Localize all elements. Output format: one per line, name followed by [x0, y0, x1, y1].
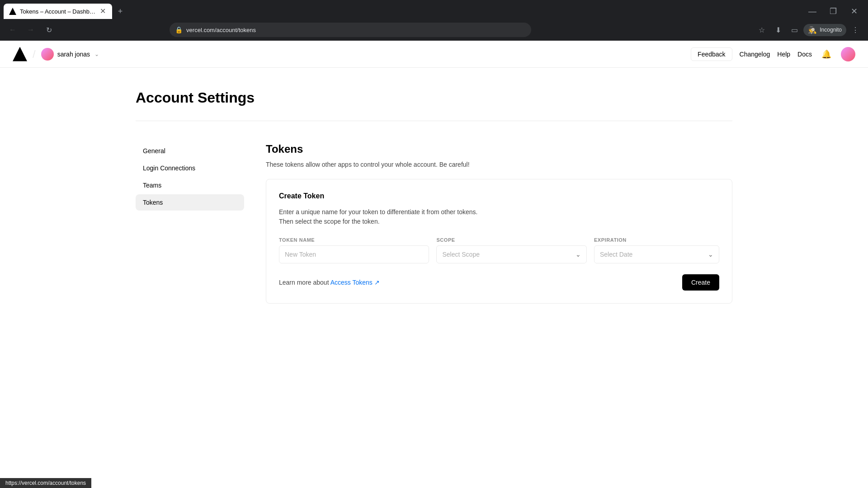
bookmark-button[interactable]: ☆	[755, 23, 769, 37]
header-right: Feedback Changelog Help Docs 🔔	[691, 47, 855, 61]
address-bar[interactable]: 🔒 vercel.com/account/tokens	[170, 23, 531, 37]
scope-select[interactable]: Select Scope ⌄	[436, 245, 586, 263]
main-content: Tokens These tokens allow other apps to …	[244, 143, 732, 304]
create-button[interactable]: Create	[682, 274, 719, 291]
address-bar-row: ← → ↻ 🔒 vercel.com/account/tokens ☆ ⬇ ▭ …	[0, 19, 868, 41]
page-content: Account Settings General Login Connectio…	[118, 68, 750, 304]
sidebar-item-teams[interactable]: Teams	[136, 177, 244, 193]
create-token-card: Create Token Enter a unique name for you…	[266, 179, 732, 304]
token-name-input[interactable]	[279, 245, 429, 263]
expiration-select-value: Select Date	[600, 251, 632, 258]
tab-close-button[interactable]: ✕	[99, 7, 107, 16]
active-tab[interactable]: Tokens – Account – Dashboard ✕	[4, 4, 112, 19]
notifications-button[interactable]: 🔔	[819, 47, 834, 61]
section-title: Tokens	[266, 143, 732, 155]
section-description: These tokens allow other apps to control…	[266, 161, 732, 168]
settings-layout: General Login Connections Teams Tokens T…	[136, 121, 732, 304]
menu-button[interactable]: ⋮	[848, 23, 863, 37]
cast-button[interactable]: ▭	[787, 23, 802, 37]
sidebar: General Login Connections Teams Tokens	[136, 143, 244, 304]
toolbar-icons: ☆ ⬇ ▭ 🕵 Incognito ⋮	[755, 23, 863, 37]
tab-favicon	[9, 8, 16, 15]
username-label: sarah jonas	[57, 51, 90, 58]
forward-button[interactable]: →	[24, 23, 38, 37]
back-button[interactable]: ←	[5, 23, 20, 37]
reload-button[interactable]: ↻	[42, 23, 56, 37]
chevron-down-icon: ⌄	[94, 51, 99, 57]
app: / sarah jonas ⌄ Feedback Changelog Help …	[0, 41, 868, 488]
new-tab-button[interactable]: +	[114, 5, 127, 18]
sidebar-item-tokens[interactable]: Tokens	[136, 194, 244, 211]
tab-bar: Tokens – Account – Dashboard ✕ + — ❐ ✕	[0, 0, 868, 19]
card-footer: Learn more about Access Tokens ↗ Create	[279, 274, 719, 291]
help-link[interactable]: Help	[777, 51, 790, 58]
expiration-label: EXPIRATION	[594, 237, 719, 243]
changelog-link[interactable]: Changelog	[740, 51, 770, 58]
token-name-group: TOKEN NAME	[279, 237, 429, 263]
expiration-group: EXPIRATION Select Date ⌄	[594, 237, 719, 263]
scope-select-value: Select Scope	[442, 251, 480, 258]
lock-icon: 🔒	[175, 26, 183, 33]
expiration-select[interactable]: Select Date ⌄	[594, 245, 719, 263]
sidebar-item-general[interactable]: General	[136, 143, 244, 159]
close-button[interactable]: ✕	[844, 4, 864, 19]
scope-group: SCOPE Select Scope ⌄	[436, 237, 586, 263]
incognito-badge[interactable]: 🕵 Incognito	[803, 24, 846, 36]
avatar	[41, 48, 54, 61]
browser-chrome: Tokens – Account – Dashboard ✕ + — ❐ ✕ ←…	[0, 0, 868, 41]
token-name-label: TOKEN NAME	[279, 237, 429, 243]
vercel-logo[interactable]	[13, 47, 27, 61]
breadcrumb-separator: /	[33, 48, 36, 61]
download-button[interactable]: ⬇	[771, 23, 785, 37]
page-title: Account Settings	[136, 68, 732, 121]
scope-label: SCOPE	[436, 237, 586, 243]
access-tokens-link[interactable]: Access Tokens ↗	[330, 279, 380, 286]
minimize-button[interactable]: —	[802, 4, 823, 19]
scope-chevron-icon: ⌄	[576, 251, 581, 258]
maximize-button[interactable]: ❐	[823, 4, 844, 19]
docs-link[interactable]: Docs	[797, 51, 812, 58]
card-title: Create Token	[279, 192, 719, 200]
window-controls: — ❐ ✕	[802, 4, 864, 19]
learn-more-text: Learn more about Access Tokens ↗	[279, 279, 380, 286]
expiration-chevron-icon: ⌄	[708, 251, 713, 258]
sidebar-item-login-connections[interactable]: Login Connections	[136, 160, 244, 176]
form-row: TOKEN NAME SCOPE Select Scope ⌄ EXPIRATI…	[279, 237, 719, 263]
status-bar: https://vercel.com/account/tokens	[0, 478, 91, 488]
profile-avatar[interactable]	[841, 47, 855, 61]
feedback-button[interactable]: Feedback	[691, 47, 732, 61]
header: / sarah jonas ⌄ Feedback Changelog Help …	[0, 41, 868, 68]
user-switcher[interactable]: sarah jonas ⌄	[41, 48, 99, 61]
url-display: vercel.com/account/tokens	[186, 27, 526, 33]
tab-title: Tokens – Account – Dashboard	[20, 8, 95, 15]
card-description: Enter a unique name for your token to di…	[279, 207, 719, 226]
